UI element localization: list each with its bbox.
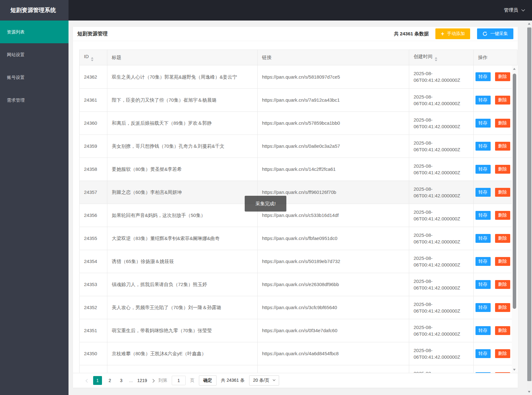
row-link-cell: https://pan.quark.cn/s/5818097d7ce5 (258, 65, 409, 88)
one-click-collect-button[interactable]: 一键采集 (477, 28, 513, 39)
row-title-cell: 要她服软（80集）黄圣桀&李若希 (107, 158, 258, 181)
row-created-cell: 2025-08-06T00:41:42.000000Z (409, 135, 474, 158)
row-actions-cell: 转存删除 (474, 181, 512, 204)
row-title-cell: 美女别撩，哥只想挣钱（70集）孔奇力＆刘蔓莉&千文 (107, 135, 258, 158)
row-id-cell: 24352 (80, 296, 107, 319)
row-created-cell: 2025-08-06T00:41:42.000000Z (409, 111, 474, 135)
column-header-3[interactable]: 创建时间 (409, 50, 474, 65)
column-label: 创建时间 (414, 54, 433, 59)
row-created-cell: 2025-08-06T00:41:42.000000Z (409, 227, 474, 250)
delete-button[interactable]: 删除 (495, 326, 510, 335)
sidebar-item-0[interactable]: 资源列表 (0, 21, 69, 43)
scroll-down-icon[interactable] (513, 369, 516, 371)
caret-up-icon (91, 57, 93, 59)
page-size-select[interactable]: 20 条/页 (249, 375, 279, 386)
delete-button[interactable]: 删除 (495, 188, 510, 197)
prev-page-button[interactable] (86, 378, 89, 383)
row-link-cell (258, 365, 409, 373)
delete-button[interactable]: 删除 (495, 349, 510, 358)
page-unit-label: 页 (190, 378, 194, 383)
row-actions-cell: 转存删除 (474, 365, 512, 373)
total-count: 共 24361 条数据 (394, 31, 428, 37)
row-link-cell: https://pan.quark.cn/s/fbfae0951dc0 (258, 227, 409, 250)
transfer-button[interactable]: 转存 (475, 142, 491, 151)
column-label: 链接 (262, 55, 272, 60)
delete-button[interactable]: 删除 (495, 257, 510, 266)
transfer-button[interactable]: 转存 (475, 119, 491, 128)
delete-button[interactable]: 删除 (495, 142, 510, 151)
row-id-cell: 24354 (80, 250, 107, 273)
transfer-button[interactable]: 转存 (475, 257, 491, 266)
transfer-button[interactable]: 转存 (475, 211, 491, 220)
row-id-cell: 24362 (80, 65, 107, 88)
chevron-right-icon (151, 379, 154, 382)
transfer-button[interactable]: 转存 (475, 96, 491, 105)
page-number-3[interactable]: 3 (118, 378, 125, 383)
sort-icon (91, 57, 93, 61)
row-created-cell: 2025-08-06T00:41:42.000000Z (409, 365, 474, 373)
transfer-button[interactable]: 转存 (475, 188, 491, 197)
table-scrollbar[interactable] (512, 65, 517, 373)
window-scrollbar[interactable] (527, 21, 532, 395)
row-actions-cell: 转存删除 (474, 135, 512, 158)
sidebar-item-2[interactable]: 账号设置 (0, 66, 69, 89)
caret-down-icon (91, 60, 93, 61)
scroll-down-icon[interactable] (528, 391, 530, 393)
row-id-cell (80, 365, 107, 373)
page-number-1[interactable]: 1 (93, 376, 102, 385)
row-created-cell: 2025-08-06T00:41:42.000000Z (409, 342, 474, 365)
page-number-1219[interactable]: 1219 (137, 378, 147, 383)
page-ellipsis: ... (129, 378, 133, 383)
row-link-cell: https://pan.quark.cn/s/50189eb7d732 (258, 250, 409, 273)
row-link-cell: https://pan.quark.cn/s/7a912ca43bc1 (258, 88, 409, 111)
scroll-up-icon[interactable] (528, 23, 530, 25)
pagination-bar: 123...1219 到第 页 确定 共 24361 条 20 条/页 (73, 373, 518, 388)
window-scrollbar-thumb[interactable] (527, 27, 531, 381)
transfer-button[interactable]: 转存 (475, 326, 491, 335)
plus-icon: + (441, 31, 444, 37)
row-created-cell: 2025-08-06T00:41:42.000000Z (409, 88, 474, 111)
column-label: 操作 (478, 55, 487, 60)
confirm-button[interactable]: 确定 (199, 375, 217, 386)
table-row: 24362双生之美人心计（70集）郭茗苑&越野兔（周逸峰）&姜云宁https:/… (80, 65, 512, 88)
user-menu[interactable]: 管理员 (504, 0, 524, 21)
goto-page-input[interactable] (172, 376, 186, 385)
delete-button[interactable]: 删除 (495, 119, 510, 128)
manual-add-button[interactable]: + 手动添加 (435, 28, 470, 39)
row-created-cell: 2025-08-06T00:41:42.000000Z (409, 296, 474, 319)
row-link-cell: https://pan.quark.cn/s/14c2ff2fca61 (258, 158, 409, 181)
column-label: ID (84, 54, 89, 59)
table-row: 24355大梁双逆（83集）董绍辉&李钊&索菲&阚琳娜&曲奇https://pa… (80, 227, 512, 250)
delete-button[interactable]: 删除 (495, 280, 510, 289)
next-page-button[interactable] (152, 378, 154, 383)
row-title-cell: 萌宝重生后，带着妈咪惊艳九零（70集）张莹莹 (107, 319, 258, 342)
scroll-up-icon[interactable] (513, 68, 516, 70)
sidebar-item-1[interactable]: 网站设置 (0, 43, 69, 66)
transfer-button[interactable]: 转存 (475, 72, 491, 81)
delete-button[interactable]: 删除 (495, 96, 510, 105)
row-actions-cell: 转存删除 (474, 88, 512, 111)
table-scrollbar-thumb[interactable] (513, 74, 516, 309)
transfer-button[interactable]: 转存 (475, 303, 491, 312)
resource-table: 24362双生之美人心计（70集）郭茗苑&越野兔（周逸峰）&姜云宁https:/… (79, 65, 512, 373)
transfer-button[interactable]: 转存 (475, 234, 491, 243)
column-header-0[interactable]: ID (80, 50, 107, 65)
row-created-cell: 2025-08-06T00:41:42.000000Z (409, 319, 474, 342)
row-id-cell: 24361 (80, 88, 107, 111)
delete-button[interactable]: 删除 (495, 72, 510, 81)
transfer-button[interactable]: 转存 (475, 165, 491, 174)
transfer-button[interactable]: 转存 (475, 349, 491, 358)
sidebar-item-3[interactable]: 需求管理 (0, 89, 69, 111)
delete-button[interactable]: 删除 (495, 211, 510, 220)
row-id-cell: 24356 (80, 204, 107, 227)
row-title-cell: 美人攻心，男频帝王沦陷了（70集）刘一隆＆孙露璐 (107, 296, 258, 319)
row-title-cell: 大梁双逆（83集）董绍辉&李钊&索菲&阚琳娜&曲奇 (107, 227, 258, 250)
sort-icon (435, 57, 437, 61)
delete-button[interactable]: 删除 (495, 234, 510, 243)
transfer-button[interactable]: 转存 (475, 280, 491, 289)
chevron-down-icon (273, 378, 275, 381)
page-number-2[interactable]: 2 (106, 378, 113, 383)
delete-button[interactable]: 删除 (495, 303, 510, 312)
delete-button[interactable]: 删除 (495, 165, 510, 174)
column-header-4: 操作 (474, 50, 517, 65)
